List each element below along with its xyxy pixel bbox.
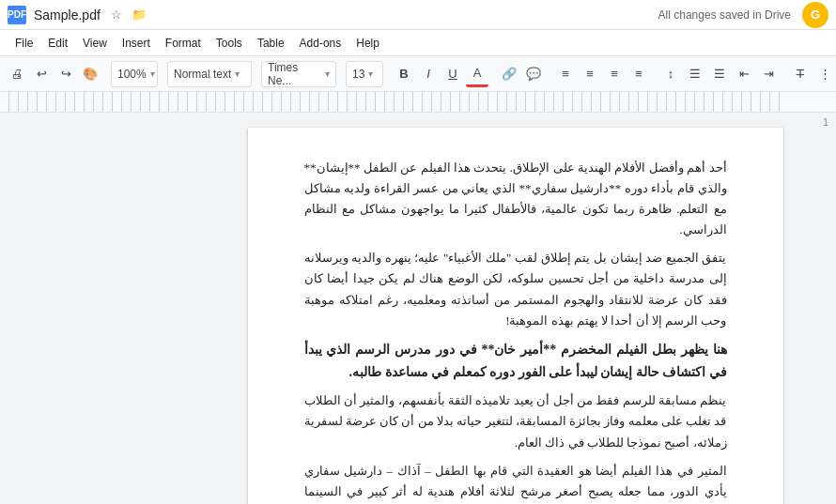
- toolbar: 🖨 ↩ ↪ 🎨 100% ▾ Normal text ▾ Times Ne...…: [0, 56, 836, 92]
- menu-tools[interactable]: Tools: [209, 33, 250, 53]
- paragraph-1: أحد أهم وأفضل الأفلام الهندية على الإطلا…: [304, 158, 727, 240]
- left-sidebar: [0, 113, 246, 504]
- folder-icon[interactable]: 📁: [131, 7, 147, 23]
- paint-format-button[interactable]: 🎨: [79, 61, 101, 87]
- paragraph-5: المثير في هذا الفيلم أيضا هو العقيدة الت…: [304, 461, 727, 504]
- doc-icon-label: PDF: [8, 9, 26, 20]
- menu-bar: File Edit View Insert Format Tools Table…: [0, 30, 836, 56]
- zoom-dropdown[interactable]: 100% ▾: [111, 61, 158, 87]
- style-arrow: ▾: [235, 69, 240, 79]
- italic-button[interactable]: I: [417, 61, 440, 87]
- star-icon[interactable]: ☆: [108, 7, 125, 23]
- align-justify[interactable]: ≡: [627, 61, 650, 87]
- align-right[interactable]: ≡: [603, 61, 626, 87]
- font-dropdown[interactable]: Times Ne... ▾: [261, 61, 336, 87]
- list-button[interactable]: ☰: [684, 61, 706, 87]
- align-center[interactable]: ≡: [579, 61, 601, 87]
- zoom-arrow: ▾: [150, 69, 155, 79]
- page-container: أحد أهم وأفضل الأفلام الهندية على الإطلا…: [246, 113, 784, 504]
- document-page: أحد أهم وأفضل الأفلام الهندية على الإطلا…: [248, 128, 783, 504]
- print-button[interactable]: 🖨: [6, 61, 28, 87]
- bold-button[interactable]: B: [393, 61, 415, 87]
- undo-button[interactable]: ↩: [30, 61, 53, 87]
- indent-increase[interactable]: ⇥: [757, 61, 780, 87]
- underline-button[interactable]: U: [441, 61, 464, 87]
- style-dropdown[interactable]: Normal text ▾: [167, 61, 252, 87]
- doc-title: Sample.pdf: [34, 8, 101, 23]
- align-left[interactable]: ≡: [554, 61, 577, 87]
- page-number: 1: [823, 116, 828, 128]
- style-value: Normal text: [174, 68, 231, 81]
- ruler-right-margin: [784, 92, 836, 112]
- menu-addons[interactable]: Add-ons: [292, 33, 349, 53]
- ruler: [0, 92, 836, 113]
- paragraph-4: ينظم مسابقة للرسم فقط من أجل أن يعيد تلا…: [304, 390, 727, 452]
- avatar-initial: G: [811, 8, 820, 22]
- ruler-ticks: [0, 92, 836, 112]
- menu-view[interactable]: View: [75, 33, 115, 53]
- redo-button[interactable]: ↪: [54, 61, 77, 87]
- menu-insert[interactable]: Insert: [115, 33, 158, 53]
- right-sidebar: 1: [784, 113, 836, 504]
- font-value: Times Ne...: [268, 61, 321, 87]
- title-bar: PDF Sample.pdf ☆ 📁 All changes saved in …: [0, 0, 836, 30]
- menu-file[interactable]: File: [8, 33, 40, 53]
- line-spacing-button[interactable]: ↕: [659, 61, 682, 87]
- doc-icon: PDF: [8, 6, 26, 24]
- account-avatar[interactable]: G: [802, 2, 828, 28]
- menu-help[interactable]: Help: [348, 33, 387, 53]
- fontsize-arrow: ▾: [368, 69, 373, 79]
- menu-table[interactable]: Table: [250, 33, 292, 53]
- fontsize-dropdown[interactable]: 13 ▾: [346, 61, 383, 87]
- more-options[interactable]: ⋮: [813, 61, 836, 87]
- link-button[interactable]: 🔗: [498, 61, 520, 87]
- indent-decrease[interactable]: ⇤: [733, 61, 755, 87]
- saved-status: All changes saved in Drive: [658, 8, 791, 22]
- paragraph-2: يتفق الجميع ضد إيشان بل يتم إطلاق لقب "م…: [304, 248, 727, 330]
- numberedlist-button[interactable]: ☰: [708, 61, 731, 87]
- clear-format[interactable]: T̶: [789, 61, 812, 87]
- fontsize-value: 13: [352, 68, 364, 81]
- zoom-value: 100%: [117, 68, 147, 81]
- font-color-button[interactable]: A: [466, 61, 488, 87]
- font-arrow: ▾: [325, 69, 330, 79]
- paragraph-3-bold: هنا يظهر بطل الفيلم المخضرم **أمير خان**…: [304, 339, 727, 384]
- title-icon-group: ☆ 📁: [108, 7, 147, 23]
- comment-button[interactable]: 💬: [522, 61, 545, 87]
- menu-edit[interactable]: Edit: [40, 33, 75, 53]
- menu-format[interactable]: Format: [158, 33, 209, 53]
- document-area: أحد أهم وأفضل الأفلام الهندية على الإطلا…: [0, 113, 836, 504]
